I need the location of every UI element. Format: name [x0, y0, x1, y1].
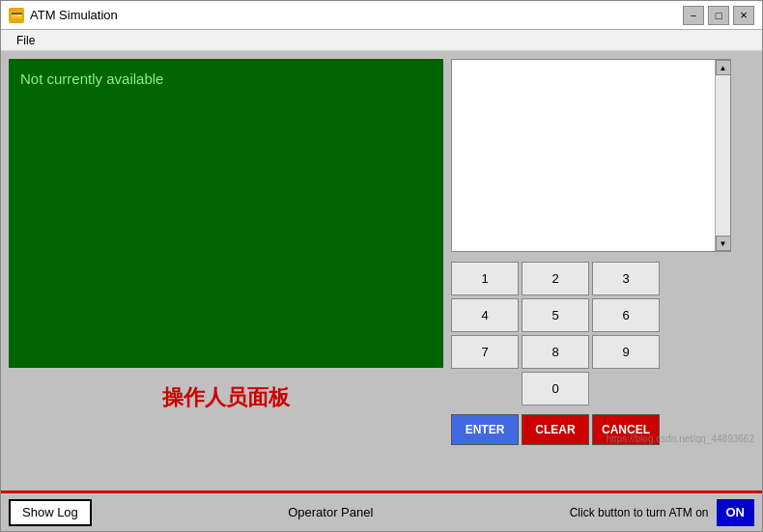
menu-bar: File: [1, 30, 762, 51]
scrollbar-down-btn[interactable]: ▼: [716, 236, 731, 251]
app-icon: 💳: [9, 8, 24, 23]
key-9[interactable]: 9: [592, 335, 660, 369]
restore-button[interactable]: □: [708, 6, 729, 25]
enter-button[interactable]: ENTER: [451, 414, 519, 445]
title-bar-left: 💳 ATM Simulation: [9, 8, 118, 23]
show-log-button[interactable]: Show Log: [9, 499, 92, 526]
title-bar-controls: − □ ×: [683, 6, 754, 25]
key-4[interactable]: 4: [451, 298, 519, 332]
main-content: Not currently available 操作人员面板 ▲ ▼ 1 2 3…: [1, 51, 762, 490]
atm-screen: Not currently available: [9, 59, 443, 368]
operator-label: 操作人员面板: [9, 376, 443, 420]
bottom-bar: Show Log Operator Panel Click button to …: [1, 490, 762, 531]
close-button[interactable]: ×: [733, 6, 754, 25]
menu-file[interactable]: File: [9, 33, 42, 48]
key-0[interactable]: 0: [522, 372, 589, 406]
status-text: Click button to turn ATM on: [570, 506, 709, 519]
key-2[interactable]: 2: [522, 262, 589, 295]
atm-message: Not currently available: [20, 70, 163, 87]
key-5[interactable]: 5: [522, 298, 589, 332]
key-3[interactable]: 3: [592, 262, 660, 295]
left-panel: Not currently available 操作人员面板: [9, 59, 443, 483]
main-window: 💳 ATM Simulation − □ × File Not currentl…: [0, 0, 763, 532]
clear-button[interactable]: CLEAR: [522, 414, 589, 445]
window-title: ATM Simulation: [30, 8, 118, 22]
right-panel: ▲ ▼ 1 2 3 4 5 6 7 8 9 0 ENTER CLEAR: [451, 59, 754, 483]
scrollbar-up-btn[interactable]: ▲: [716, 60, 731, 75]
log-textarea[interactable]: ▲ ▼: [451, 59, 731, 252]
scrollbar: ▲ ▼: [715, 60, 730, 251]
on-button[interactable]: ON: [717, 499, 755, 526]
key-1[interactable]: 1: [451, 262, 519, 295]
minimize-button[interactable]: −: [683, 6, 704, 25]
key-7[interactable]: 7: [451, 335, 519, 369]
keypad: 1 2 3 4 5 6 7 8 9 0: [451, 262, 754, 406]
key-6[interactable]: 6: [592, 298, 660, 332]
watermark: https://blog.csdn.net/qq_44893662: [607, 434, 754, 444]
title-bar: 💳 ATM Simulation − □ ×: [1, 1, 762, 30]
key-8[interactable]: 8: [522, 335, 589, 369]
operator-panel-label: Operator Panel: [92, 505, 570, 519]
